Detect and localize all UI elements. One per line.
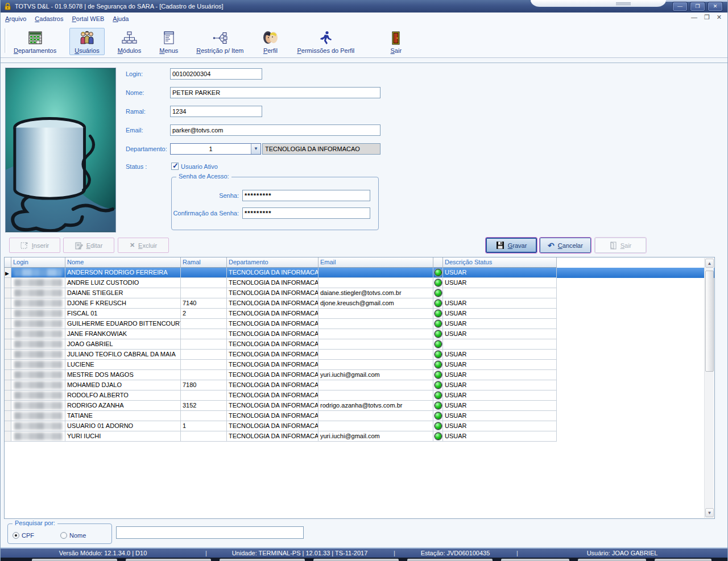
login-cell-redacted bbox=[11, 268, 65, 278]
statusbar-estacao: Estação: JVD060100435 bbox=[394, 548, 516, 558]
restore-button[interactable]: ❐ bbox=[690, 2, 705, 11]
table-row[interactable]: JULIANO TEOFILO CABRAL DA MAIA TECNOLOGI… bbox=[5, 350, 714, 360]
redacted-login-value bbox=[14, 422, 62, 430]
mdi-minimize-icon[interactable]: — bbox=[691, 14, 697, 21]
table-row[interactable]: JOAO GABRIEL TECNOLOGIA DA INFORMACAO bbox=[5, 339, 714, 350]
toolbar-permissoes[interactable]: Permissões do Perfil bbox=[292, 28, 359, 55]
email-cell bbox=[318, 319, 433, 329]
table-row[interactable]: LUCIENE TECNOLOGIA DA INFORMACAO USUAR bbox=[5, 360, 714, 370]
header-ramal[interactable]: Ramal bbox=[181, 257, 227, 268]
toolbar-departamentos[interactable]: Departamentos bbox=[9, 28, 61, 55]
departamento-combobox[interactable]: 1 ▼ bbox=[170, 143, 261, 155]
scrollbar-thumb[interactable] bbox=[705, 271, 714, 372]
toolbar-sair[interactable]: Sair bbox=[382, 28, 410, 55]
radio-selected-icon[interactable] bbox=[13, 532, 19, 539]
ramal-cell: 7140 bbox=[181, 298, 227, 309]
menu-cadastros[interactable]: Cadastros bbox=[35, 14, 68, 23]
header-indicator bbox=[5, 257, 11, 268]
status-led-cell bbox=[433, 298, 443, 309]
toolbar-modulos[interactable]: Módulos bbox=[113, 28, 147, 55]
email-input[interactable] bbox=[170, 124, 380, 136]
excluir-button[interactable]: ✕ Excluir bbox=[118, 238, 169, 253]
active-status-led-icon bbox=[435, 351, 441, 358]
search-input[interactable] bbox=[116, 526, 304, 539]
radio-cpf[interactable]: CPF bbox=[13, 532, 34, 539]
active-status-led-icon bbox=[435, 402, 441, 409]
status-led-cell bbox=[433, 309, 443, 319]
redacted-login-value bbox=[14, 371, 62, 379]
departamento-cell: TECNOLOGIA DA INFORMACAO bbox=[227, 370, 318, 380]
confirmacao-senha-input[interactable] bbox=[242, 207, 370, 219]
toolbar-menus[interactable]: Menus bbox=[154, 28, 183, 55]
table-row[interactable]: MESTRE DOS MAGOS TECNOLOGIA DA INFORMACA… bbox=[5, 370, 714, 380]
radio-nome[interactable]: Nome bbox=[60, 532, 86, 539]
table-row[interactable]: DAIANE STIEGLER TECNOLOGIA DA INFORMACAO… bbox=[5, 288, 714, 298]
status-led-cell bbox=[433, 268, 443, 278]
usuario-ativo-checkbox[interactable]: Usuario Ativo bbox=[171, 163, 218, 170]
header-departamento[interactable]: Departamento bbox=[227, 257, 318, 268]
ramal-input[interactable] bbox=[170, 106, 262, 117]
table-row[interactable]: RODOLFO ALBERTO TECNOLOGIA DA INFORMACAO… bbox=[5, 390, 714, 401]
departamento-cell: TECNOLOGIA DA INFORMACAO bbox=[227, 278, 318, 288]
menu-ajuda[interactable]: Ajuda bbox=[113, 14, 134, 23]
sair-button[interactable]: Sair bbox=[595, 238, 646, 253]
scroll-down-icon[interactable]: ▼ bbox=[705, 508, 714, 517]
header-email[interactable]: Email bbox=[318, 257, 433, 268]
toolbar-usuarios[interactable]: Usuários bbox=[69, 28, 104, 55]
nome-cell: LUCIENE bbox=[65, 360, 181, 370]
table-row[interactable]: ANDRE LUIZ CUSTODIO TECNOLOGIA DA INFORM… bbox=[5, 278, 714, 288]
menu-portal-web[interactable]: Portal WEB bbox=[72, 14, 109, 23]
header-status-icon[interactable] bbox=[433, 257, 443, 268]
header-login[interactable]: Login bbox=[11, 257, 65, 268]
exit-door-icon bbox=[387, 30, 404, 46]
login-cell-redacted bbox=[11, 350, 65, 360]
active-status-led-icon bbox=[435, 280, 441, 286]
mdi-close-icon[interactable]: ✕ bbox=[717, 14, 722, 21]
table-row[interactable]: JANE FRANKOWIAK TECNOLOGIA DA INFORMACAO… bbox=[5, 329, 714, 339]
email-cell bbox=[318, 380, 433, 390]
chevron-down-icon[interactable]: ▼ bbox=[251, 144, 260, 154]
toolbar-perfil[interactable]: Perfil bbox=[257, 28, 284, 55]
toolbar-gripper[interactable] bbox=[616, 2, 631, 6]
search-panel: Pesquisar por: CPF Nome bbox=[1, 519, 727, 547]
email-cell bbox=[318, 360, 433, 370]
table-row[interactable]: GUILHERME EDUARDO BITTENCOURT TECNOLOGIA… bbox=[5, 319, 714, 329]
redacted-login-value bbox=[14, 351, 62, 358]
table-row[interactable]: ANDERSON RODRIGO FERREIRA TECNOLOGIA DA … bbox=[5, 268, 714, 278]
email-label: Email: bbox=[126, 124, 143, 136]
table-row[interactable]: RODRIGO AZANHA 3152 TECNOLOGIA DA INFORM… bbox=[5, 401, 714, 411]
table-row[interactable]: USUARIO 01 ADORNO 1 TECNOLOGIA DA INFORM… bbox=[5, 421, 714, 431]
descricao-status-cell: USUAR bbox=[443, 329, 557, 339]
minimize-button[interactable]: — bbox=[672, 2, 688, 11]
active-status-led-icon bbox=[435, 321, 441, 327]
table-row[interactable]: DJONE F KREUSCH 7140 TECNOLOGIA DA INFOR… bbox=[5, 298, 714, 309]
table-row[interactable]: TATIANE TECNOLOGIA DA INFORMACAO USUAR bbox=[5, 411, 714, 421]
login-input[interactable] bbox=[170, 68, 262, 80]
senha-input[interactable] bbox=[242, 190, 370, 201]
table-row[interactable]: FISCAL 01 2 TECNOLOGIA DA INFORMACAO USU… bbox=[5, 309, 714, 319]
close-button[interactable]: ✕ bbox=[708, 2, 723, 11]
departamento-cell: TECNOLOGIA DA INFORMACAO bbox=[227, 421, 318, 431]
inserir-button[interactable]: Inserir bbox=[9, 238, 60, 253]
editar-button[interactable]: Editar bbox=[63, 238, 114, 253]
descricao-status-cell: USUAR bbox=[443, 431, 557, 442]
toolbar-restricao[interactable]: Restrição p/ Item bbox=[191, 28, 249, 55]
radio-unselected-icon[interactable] bbox=[60, 532, 67, 539]
menu-arquivo[interactable]: Arquivo bbox=[5, 14, 31, 23]
cancelar-button[interactable]: ↶ Cancelar bbox=[540, 238, 591, 253]
table-row[interactable]: MOHAMED DJALO 7180 TECNOLOGIA DA INFORMA… bbox=[5, 380, 714, 390]
pesquisar-groupbox: Pesquisar por: CPF Nome bbox=[7, 523, 112, 544]
table-row[interactable]: YURI IUCHI TECNOLOGIA DA INFORMACAO yuri… bbox=[5, 431, 714, 442]
table-body: ANDERSON RODRIGO FERREIRA TECNOLOGIA DA … bbox=[5, 268, 714, 442]
login-cell-redacted bbox=[11, 278, 65, 288]
login-cell-redacted bbox=[11, 319, 65, 329]
nome-input[interactable] bbox=[170, 87, 380, 98]
checkbox-checked-icon[interactable] bbox=[171, 163, 179, 170]
gravar-button[interactable]: Gravar bbox=[486, 238, 537, 253]
scroll-up-icon[interactable]: ▲ bbox=[705, 259, 714, 268]
mdi-restore-icon[interactable]: ❐ bbox=[704, 14, 710, 21]
departamento-cell: TECNOLOGIA DA INFORMACAO bbox=[227, 411, 318, 421]
header-descricao-status[interactable]: Descrição Status bbox=[443, 257, 557, 268]
header-nome[interactable]: Nome bbox=[65, 257, 181, 268]
vertical-scrollbar[interactable]: ▲ ▼ bbox=[704, 258, 714, 518]
